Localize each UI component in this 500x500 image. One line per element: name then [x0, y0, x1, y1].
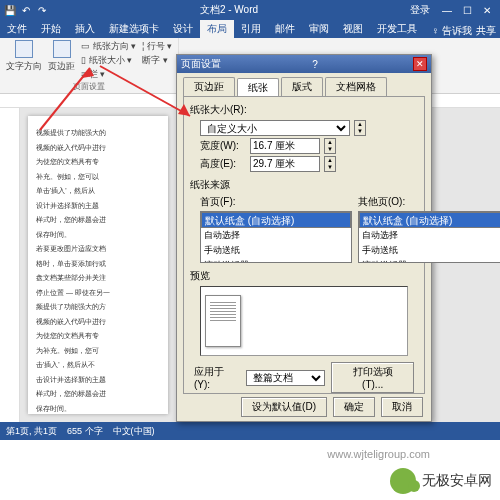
tab-review[interactable]: 审阅 — [302, 20, 336, 38]
line-numbers-button[interactable]: ¦ 行号 ▾ — [142, 40, 172, 53]
close-icon[interactable]: ✕ — [478, 5, 496, 16]
watermark: 无极安卓网 — [390, 468, 492, 494]
height-input[interactable] — [250, 156, 320, 172]
status-page[interactable]: 第1页, 共1页 — [6, 425, 57, 438]
window-title: 文档2 - Word — [48, 3, 410, 17]
document-page[interactable]: 视频提供了功能强大的 视频的嵌入代码中进行 为使您的文档具有专 补充。例如，您可… — [28, 116, 168, 414]
group-label: 页面设置 — [6, 81, 172, 92]
first-page-listbox[interactable]: 默认纸盒 (自动选择) 自动选择 手动送纸 滚动送纸器 — [200, 211, 352, 263]
dialog-close-icon[interactable]: ✕ — [413, 57, 427, 71]
paper-size-spinner[interactable]: ▲▼ — [354, 120, 366, 136]
undo-icon[interactable]: ↶ — [20, 4, 32, 16]
other-pages-listbox[interactable]: 默认纸盒 (自动选择) 自动选择 手动送纸 滚动送纸器 — [358, 211, 500, 263]
maximize-icon[interactable]: ☐ — [458, 5, 476, 16]
height-spinner[interactable]: ▲▼ — [324, 156, 336, 172]
height-label: 高度(E): — [200, 157, 246, 171]
titlebar: 💾 ↶ ↷ 文档2 - Word 登录 — ☐ ✕ — [0, 0, 500, 20]
dialog-tabs: 页边距 纸张 版式 文档网格 — [177, 73, 431, 96]
preview-area — [200, 286, 408, 356]
ribbon-tabs: 文件 开始 插入 新建选项卡 设计 布局 引用 邮件 审阅 视图 开发工具 ♀ … — [0, 20, 500, 38]
share-button[interactable]: 共享 — [476, 24, 496, 38]
status-bar: 第1页, 共1页 655 个字 中文(中国) — [0, 422, 500, 440]
vertical-ruler[interactable] — [0, 108, 20, 422]
preview-label: 预览 — [190, 269, 418, 283]
word-window: 💾 ↶ ↷ 文档2 - Word 登录 — ☐ ✕ 文件 开始 插入 新建选项卡… — [0, 0, 500, 440]
status-words[interactable]: 655 个字 — [67, 425, 103, 438]
columns-button[interactable]: ≡ 栏 ▾ — [81, 68, 136, 81]
tab-newtab[interactable]: 新建选项卡 — [102, 20, 166, 38]
tab-insert[interactable]: 插入 — [68, 20, 102, 38]
status-lang[interactable]: 中文(中国) — [113, 425, 155, 438]
page-setup-dialog: 页面设置 ? ✕ 页边距 纸张 版式 文档网格 纸张大小(R): 自定义大小 ▲… — [176, 54, 432, 422]
dialog-tab-paper[interactable]: 纸张 — [237, 78, 279, 97]
text-direction-icon — [15, 40, 33, 58]
dialog-tab-grid[interactable]: 文档网格 — [325, 77, 387, 96]
dialog-title: 页面设置 — [181, 57, 221, 71]
width-label: 宽度(W): — [200, 139, 246, 153]
tab-references[interactable]: 引用 — [234, 20, 268, 38]
margins-icon — [53, 40, 71, 58]
quick-access-toolbar: 💾 ↶ ↷ — [4, 4, 48, 16]
margins-button[interactable]: 页边距 — [48, 40, 75, 81]
dialog-body: 纸张大小(R): 自定义大小 ▲▼ 宽度(W): ▲▼ 高度(E): ▲▼ 纸张… — [183, 96, 425, 394]
apply-to-select[interactable]: 整篇文档 — [246, 370, 326, 386]
watermark-icon — [390, 468, 416, 494]
tab-developer[interactable]: 开发工具 — [370, 20, 424, 38]
first-page-label: 首页(F): — [200, 195, 352, 209]
ribbon-group-page-setup: 文字方向 页边距 ▭ 纸张方向 ▾ ▯ 纸张大小 ▾ ≡ 栏 ▾ ¦ 行号 ▾ … — [0, 38, 179, 93]
save-icon[interactable]: 💾 — [4, 4, 16, 16]
tab-design[interactable]: 设计 — [166, 20, 200, 38]
paper-size-select[interactable]: 自定义大小 — [200, 120, 350, 136]
minimize-icon[interactable]: — — [438, 5, 456, 16]
redo-icon[interactable]: ↷ — [36, 4, 48, 16]
watermark-url: www.wjteligroup.com — [327, 448, 430, 460]
text-direction-button[interactable]: 文字方向 — [6, 40, 42, 81]
tab-view[interactable]: 视图 — [336, 20, 370, 38]
tell-me[interactable]: ♀ 告诉我 — [432, 24, 472, 38]
preview-page-icon — [205, 295, 241, 347]
watermark-text: 无极安卓网 — [422, 472, 492, 490]
dialog-titlebar[interactable]: 页面设置 ? ✕ — [177, 55, 431, 73]
set-default-button[interactable]: 设为默认值(D) — [241, 397, 327, 417]
width-spinner[interactable]: ▲▼ — [324, 138, 336, 154]
tab-layout[interactable]: 布局 — [200, 20, 234, 38]
other-pages-label: 其他页(O): — [358, 195, 500, 209]
help-icon[interactable]: ? — [312, 59, 318, 70]
paper-size-button[interactable]: ▯ 纸张大小 ▾ — [81, 54, 136, 67]
tab-file[interactable]: 文件 — [0, 20, 34, 38]
width-input[interactable] — [250, 138, 320, 154]
cancel-button[interactable]: 取消 — [381, 397, 423, 417]
tab-mailings[interactable]: 邮件 — [268, 20, 302, 38]
print-options-button[interactable]: 打印选项(T)... — [331, 362, 414, 393]
tab-home[interactable]: 开始 — [34, 20, 68, 38]
dialog-tab-margins[interactable]: 页边距 — [183, 77, 235, 96]
login-label[interactable]: 登录 — [410, 3, 430, 17]
dialog-tab-layout[interactable]: 版式 — [281, 77, 323, 96]
hyphenation-button[interactable]: 断字 ▾ — [142, 54, 172, 67]
ok-button[interactable]: 确定 — [333, 397, 375, 417]
window-controls: — ☐ ✕ — [438, 5, 496, 16]
paper-source-label: 纸张来源 — [190, 178, 418, 192]
apply-to-label: 应用于(Y): — [194, 365, 240, 390]
orientation-button[interactable]: ▭ 纸张方向 ▾ — [81, 40, 136, 53]
paper-size-label: 纸张大小(R): — [190, 103, 418, 117]
